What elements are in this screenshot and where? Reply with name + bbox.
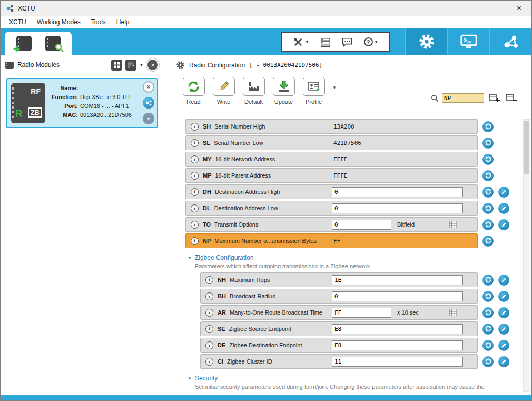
menu-help[interactable]: Help — [111, 18, 135, 26]
parameter-input[interactable] — [332, 220, 391, 230]
read-parameter-button[interactable] — [482, 219, 494, 230]
read-parameter-button[interactable] — [482, 291, 494, 302]
expand-module-button[interactable]: ▼ — [143, 113, 154, 124]
parameter-row[interactable]: i SH Serial Number High 13A200 — [185, 119, 478, 134]
parameter-row[interactable]: i NH Maximum Hops — [200, 272, 478, 287]
parameter-row[interactable]: i SL Serial Number Low 421D7506 — [185, 135, 478, 150]
parameter-row[interactable]: i AR Many-to-One Route Broadcast Time x … — [200, 305, 478, 320]
parameter-row[interactable]: i CI Zigbee Cluster ID — [200, 354, 478, 369]
write-parameter-button[interactable] — [498, 307, 509, 318]
write-parameter-button[interactable] — [498, 291, 509, 302]
tools-menu-button[interactable]: ▼ — [293, 37, 309, 47]
read-parameter-button[interactable] — [482, 356, 494, 367]
chevron-down-icon[interactable]: ▼ — [140, 63, 143, 67]
tab-configuration[interactable] — [405, 28, 447, 55]
write-parameter-button[interactable] — [498, 340, 509, 351]
tab-network[interactable] — [489, 28, 531, 55]
default-button[interactable]: Default — [239, 77, 268, 105]
radio-module-card[interactable]: RF° ZB R Name: Function:Digi XBe...e 3.0… — [6, 78, 158, 128]
scrollbar[interactable] — [523, 119, 530, 392]
write-parameter-button[interactable] — [498, 203, 509, 214]
menu-working-modes[interactable]: Working Modes — [32, 18, 86, 26]
info-icon[interactable]: i — [205, 341, 213, 349]
parameter-input[interactable] — [332, 308, 391, 318]
bitfield-grid-icon[interactable] — [449, 221, 457, 229]
update-button[interactable]: Update — [269, 77, 298, 105]
collapse-triangle-icon[interactable]: ▼ — [188, 376, 192, 381]
info-icon[interactable]: i — [191, 221, 199, 229]
read-button[interactable]: Read — [179, 77, 208, 105]
info-icon[interactable]: i — [191, 155, 199, 163]
maximize-button[interactable] — [482, 1, 507, 16]
read-parameter-button[interactable] — [482, 170, 494, 181]
parameter-input[interactable] — [332, 324, 463, 334]
parameter-row[interactable]: i DL Destination Address Low — [185, 201, 478, 216]
read-parameter-button[interactable] — [482, 340, 494, 351]
profile-button[interactable]: Profile — [299, 77, 328, 105]
parameter-row[interactable]: i DE Zigbee Destination Endpoint — [200, 338, 478, 353]
info-icon[interactable]: i — [191, 139, 199, 147]
parameter-row[interactable]: i MP 16-bit Parent Address FFFE — [185, 168, 478, 183]
tab-console[interactable] — [447, 28, 489, 55]
profile-dropdown-icon[interactable]: ▼ — [332, 85, 337, 90]
parameter-input[interactable] — [332, 357, 463, 367]
expand-all-button[interactable] — [487, 92, 501, 104]
group-modules-button[interactable] — [111, 60, 122, 71]
parameter-input[interactable] — [332, 340, 463, 350]
bitfield-grid-icon[interactable] — [449, 309, 457, 317]
info-icon[interactable]: i — [205, 358, 213, 366]
parameter-input[interactable] — [332, 291, 463, 301]
info-icon[interactable]: i — [205, 325, 213, 333]
parameter-row[interactable]: i NP Maximum Number o...ansmission Bytes… — [185, 233, 478, 248]
menu-xctu[interactable]: XCTU — [4, 18, 32, 26]
info-icon[interactable]: i — [205, 309, 213, 317]
info-icon[interactable]: i — [191, 237, 199, 245]
section-header[interactable]: ▼ Security — [188, 375, 517, 382]
section-header[interactable]: ▼ Zigbee Configuration — [188, 254, 517, 261]
feedback-button[interactable] — [342, 37, 352, 47]
parameter-input[interactable] — [332, 187, 463, 197]
read-parameter-button[interactable] — [482, 138, 494, 149]
parameter-row[interactable]: i DH Destination Address High — [185, 184, 478, 199]
discover-radio-modules-button[interactable] — [44, 35, 62, 52]
scrollbar-thumb[interactable] — [524, 121, 529, 174]
search-input[interactable] — [442, 93, 484, 103]
help-menu-button[interactable]: ? ▼ — [364, 37, 378, 46]
read-parameter-button[interactable] — [482, 121, 494, 132]
info-icon[interactable]: i — [191, 172, 199, 180]
add-radio-module-button[interactable]: + — [15, 35, 33, 52]
read-parameter-button[interactable] — [482, 236, 494, 247]
write-parameter-button[interactable] — [498, 187, 509, 198]
collapse-triangle-icon[interactable]: ▼ — [188, 256, 192, 260]
parameter-row[interactable]: i TO Transmit Options Bitfield — [185, 217, 478, 232]
menu-tools[interactable]: Tools — [86, 18, 111, 26]
module-network-button[interactable] — [143, 97, 154, 109]
read-parameter-button[interactable] — [482, 154, 494, 165]
read-parameter-button[interactable] — [482, 203, 494, 214]
frames-log-button[interactable] — [320, 37, 331, 47]
info-icon[interactable]: i — [191, 123, 199, 131]
close-button[interactable]: × — [507, 1, 531, 16]
collapse-all-button[interactable] — [504, 92, 518, 104]
write-parameter-button[interactable] — [498, 219, 509, 230]
info-icon[interactable]: i — [205, 276, 213, 284]
write-parameter-button[interactable] — [498, 324, 509, 335]
parameter-row[interactable]: i BH Broadcast Radius — [200, 289, 478, 304]
info-icon[interactable]: i — [191, 204, 199, 212]
read-parameter-button[interactable] — [482, 275, 494, 286]
read-parameter-button[interactable] — [482, 307, 494, 318]
write-parameter-button[interactable] — [498, 275, 509, 286]
write-button[interactable]: Write — [209, 77, 238, 105]
parameter-row[interactable]: i MY 16-bit Network Address FFFE — [185, 152, 478, 167]
write-parameter-button[interactable] — [498, 356, 509, 367]
remove-all-modules-button[interactable]: × — [146, 58, 159, 71]
sort-modules-button[interactable] — [125, 60, 136, 71]
parameter-row[interactable]: i SE Zigbee Source Endpoint — [200, 321, 478, 336]
parameter-input[interactable] — [332, 203, 463, 213]
read-parameter-button[interactable] — [482, 324, 494, 335]
read-parameter-button[interactable] — [482, 187, 494, 198]
parameter-input[interactable] — [332, 275, 463, 285]
remove-module-button[interactable]: × — [143, 81, 154, 93]
minimize-button[interactable] — [457, 1, 482, 16]
info-icon[interactable]: i — [205, 292, 213, 300]
